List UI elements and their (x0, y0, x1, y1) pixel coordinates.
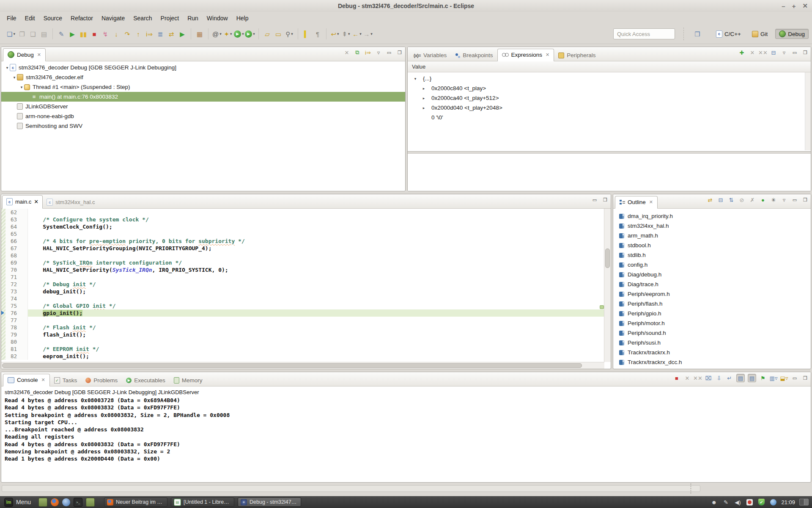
close-tab-icon[interactable]: ✕ (37, 52, 41, 58)
mark-occurrences-button[interactable]: ▍ (302, 29, 312, 39)
minimize-window-icon[interactable]: – (782, 3, 785, 10)
annotation-margin[interactable] (1, 338, 5, 345)
tab-memory[interactable]: Memory (170, 375, 207, 387)
network-icon[interactable] (769, 498, 777, 506)
new-wizard-button[interactable]: ❏▾ (6, 29, 16, 39)
remove-all-expressions-icon[interactable]: ✕✕ (759, 49, 767, 56)
debug-tree-item[interactable]: arm-none-eabi-gdb (1, 111, 405, 121)
maximize-view-icon[interactable]: ❒ (801, 196, 809, 204)
trace-button[interactable]: ⇄ (166, 29, 176, 39)
maximize-view-icon[interactable]: ❒ (801, 374, 809, 382)
code-editor[interactable]: 62 63 /* Configure the system clock */64… (1, 209, 604, 362)
collapse-all-icon[interactable]: ⊟ (717, 196, 724, 204)
expression-row[interactable]: ▸0x2000ca40 <t_play+512> (408, 93, 811, 103)
show-disassembly-button[interactable]: ≣ (155, 29, 165, 39)
maximize-window-icon[interactable]: + (792, 3, 796, 10)
volume-icon[interactable]: ◀) (734, 498, 741, 506)
code-line-80[interactable]: 80 (1, 338, 604, 345)
debug-tree-item[interactable]: Semihosting and SWV (1, 121, 405, 131)
annotation-margin[interactable] (1, 317, 5, 324)
expand-arrow-icon[interactable]: ▾ (19, 85, 24, 89)
expression-row[interactable]: ▸0x2000c840 <t_play> (408, 83, 811, 93)
show-desktop-icon[interactable] (38, 498, 47, 507)
back-button[interactable]: ←▾ (352, 29, 362, 39)
tab-outline[interactable]: Outline ✕ (615, 196, 658, 209)
files-launcher-icon[interactable] (86, 498, 95, 507)
editor-tab-stm32l4xx_hal.c[interactable]: cstm32l4xx_hal.c (43, 196, 99, 209)
expressions-scrollbar[interactable] (805, 72, 811, 150)
collapse-all-icon[interactable]: ⊟ (770, 49, 777, 56)
code-line-72[interactable]: 72 /* Debug init */ (1, 281, 604, 288)
annotation-margin[interactable] (1, 245, 5, 252)
code-line-64[interactable]: 64 SystemClock_Config(); (1, 223, 604, 230)
debug-tree-item[interactable]: ≡main() at main.c:76 0x8003832 (1, 92, 405, 102)
terminal-launcher-icon[interactable]: >_ (74, 498, 82, 507)
annotation-margin[interactable] (1, 309, 5, 317)
external-tools-button[interactable]: ✦▾ (223, 29, 233, 39)
add-expression-icon[interactable]: ✚ (738, 49, 746, 56)
menu-item-window[interactable]: Window (203, 13, 232, 23)
open-project-button[interactable]: ▱ (262, 29, 272, 39)
expand-arrow-icon[interactable]: ▸ (421, 96, 426, 100)
close-tab-icon[interactable]: ✕ (546, 52, 549, 58)
code-line-63[interactable]: 63 /* Configure the system clock */ (1, 216, 604, 223)
code-line-77[interactable]: 77 (1, 317, 604, 324)
minimize-view-icon[interactable]: ▭ (791, 374, 798, 382)
link-with-editor-icon[interactable]: ⇄ (706, 196, 714, 204)
view-menu-icon[interactable]: ▿ (780, 196, 788, 204)
code-line-69[interactable]: 69 /* SysTick_IRQn interrupt configurati… (1, 259, 604, 266)
terminate-icon[interactable]: ■ (673, 374, 680, 382)
pin-console-icon[interactable]: ⚑ (759, 374, 767, 382)
annotation-margin[interactable] (1, 237, 5, 245)
user-applet-icon[interactable]: ☻ (710, 498, 718, 506)
expand-arrow-icon[interactable]: ▸ (421, 106, 426, 110)
tab-problems[interactable]: Problems (81, 375, 122, 387)
previous-annotation-button[interactable]: ⇞▾ (341, 29, 351, 39)
view-menu-icon[interactable]: ▿ (375, 49, 382, 56)
tab-expressions[interactable]: Expressions✕ (497, 49, 554, 61)
code-line-71[interactable]: 71 (1, 273, 604, 281)
hide-fields-icon[interactable]: ⊘ (738, 196, 746, 204)
expand-arrow-icon[interactable]: ▾ (413, 77, 418, 81)
annotation-margin[interactable] (1, 324, 5, 331)
annotation-margin[interactable] (1, 353, 5, 360)
open-perspective-button[interactable]: ❒ (692, 29, 702, 39)
annotation-margin[interactable] (1, 209, 5, 216)
instruction-stepping-icon[interactable]: i⇒ (364, 49, 372, 56)
security-shield-icon[interactable]: ✔ (757, 498, 765, 506)
remove-all-terminated-icon[interactable]: ✕✕ (694, 374, 702, 382)
last-edit-location-button[interactable]: ↩▾ (330, 29, 340, 39)
outline-item[interactable]: Periph/gpio.h (613, 309, 811, 318)
annotation-margin[interactable] (1, 288, 5, 295)
menu-item-file[interactable]: File (3, 13, 21, 23)
search-button[interactable]: ⚲▾ (284, 29, 294, 39)
show-stderr-icon[interactable]: ▤ (748, 374, 756, 382)
menu-item-refactor[interactable]: Refactor (66, 13, 97, 23)
view-menu-icon[interactable]: ▿ (780, 49, 788, 56)
console-hscrollbar[interactable] (2, 485, 700, 492)
remove-terminated-icon[interactable]: ✕ (343, 49, 351, 56)
code-line-79[interactable]: 79 flash_init(); (1, 331, 604, 338)
step-return-button[interactable]: ↑ (133, 29, 143, 39)
annotation-margin[interactable] (1, 302, 5, 309)
restart-button[interactable]: ↯ (100, 29, 110, 39)
menu-item-run[interactable]: Run (183, 13, 203, 23)
editor-hscrollbar[interactable] (1, 362, 604, 369)
debug-tree-item[interactable]: ▾Thread #1 <main> (Suspended : Step) (1, 82, 405, 92)
annotation-margin[interactable] (1, 252, 5, 259)
tab-tasks[interactable]: ✓Tasks (50, 375, 82, 387)
maximize-view-icon[interactable]: ❒ (801, 49, 809, 56)
maximize-view-icon[interactable]: ❒ (396, 49, 403, 56)
editor-tab-main.c[interactable]: cmain.c✕ (2, 195, 43, 209)
perspective-git[interactable]: Git (749, 30, 771, 39)
update-manager-icon[interactable] (746, 498, 753, 506)
menu-item-project[interactable]: Project (156, 13, 184, 23)
mint-menu-button[interactable]: lm Menu (0, 496, 35, 508)
outline-item[interactable]: config.h (613, 260, 811, 270)
code-line-66[interactable]: 66 /* 4 bits for pre-emption priority, 0… (1, 237, 604, 245)
thunderbird-launcher-icon[interactable] (62, 498, 70, 506)
outline-item[interactable]: stdlib.h (613, 250, 811, 260)
code-line-76[interactable]: 76 gpio_init(); (1, 309, 604, 317)
close-window-icon[interactable]: ✕ (802, 2, 808, 10)
expand-arrow-icon[interactable]: ▸ (421, 86, 426, 91)
